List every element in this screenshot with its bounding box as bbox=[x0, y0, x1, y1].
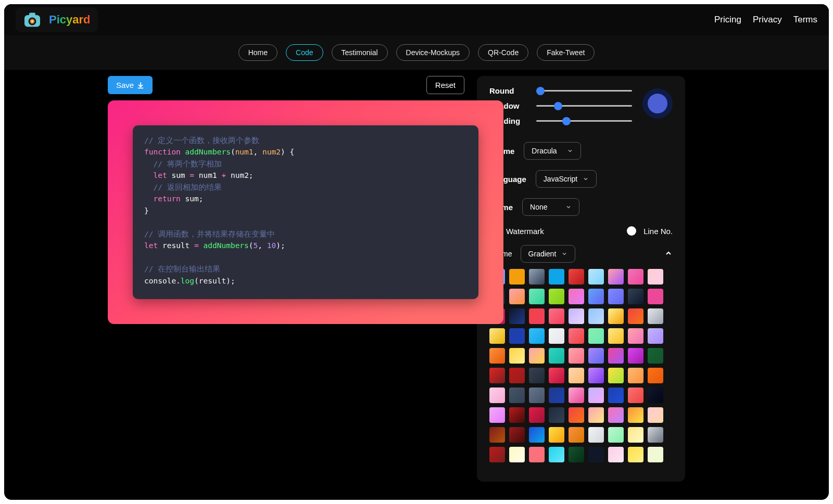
gradient-swatch[interactable] bbox=[628, 407, 643, 423]
gradient-swatch[interactable] bbox=[628, 308, 643, 324]
gradient-swatch[interactable] bbox=[648, 308, 663, 324]
gradient-swatch[interactable] bbox=[569, 427, 584, 443]
reset-button[interactable]: Reset bbox=[426, 76, 464, 94]
gradient-swatch[interactable] bbox=[569, 368, 584, 383]
gradient-swatch[interactable] bbox=[549, 328, 564, 344]
gradient-swatch[interactable] bbox=[549, 427, 564, 443]
theme-select[interactable]: Dracula bbox=[524, 142, 581, 160]
nav-privacy[interactable]: Privacy bbox=[753, 15, 782, 25]
padding-slider[interactable] bbox=[536, 120, 632, 122]
gradient-swatch[interactable] bbox=[529, 348, 545, 364]
tab-qr-code[interactable]: QR-Code bbox=[478, 44, 528, 61]
gradient-swatch[interactable] bbox=[588, 427, 604, 443]
gradient-swatch[interactable] bbox=[509, 427, 525, 443]
gradient-swatch[interactable] bbox=[569, 308, 584, 324]
gradient-swatch[interactable] bbox=[509, 269, 525, 285]
gradient-swatch[interactable] bbox=[489, 447, 505, 462]
gradient-swatch[interactable] bbox=[549, 447, 564, 462]
gradient-swatch[interactable] bbox=[588, 328, 604, 344]
gradient-swatch[interactable] bbox=[529, 289, 545, 304]
gradient-swatch[interactable] bbox=[588, 368, 604, 383]
gradient-swatch[interactable] bbox=[608, 289, 624, 304]
accent-color-swatch[interactable] bbox=[642, 88, 673, 119]
gradient-swatch[interactable] bbox=[529, 447, 545, 462]
gradient-swatch[interactable] bbox=[648, 447, 663, 462]
gradient-swatch[interactable] bbox=[648, 427, 663, 443]
nav-terms[interactable]: Terms bbox=[793, 15, 817, 25]
bg-theme-select[interactable]: Gradient bbox=[521, 245, 576, 263]
gradient-swatch[interactable] bbox=[529, 368, 545, 383]
gradient-swatch[interactable] bbox=[608, 308, 624, 324]
gradient-swatch[interactable] bbox=[588, 348, 604, 364]
gradient-swatch[interactable] bbox=[549, 308, 564, 324]
gradient-swatch[interactable] bbox=[489, 407, 505, 423]
gradient-swatch[interactable] bbox=[588, 289, 604, 304]
gradient-swatch[interactable] bbox=[529, 308, 545, 324]
gradient-swatch[interactable] bbox=[588, 407, 604, 423]
gradient-swatch[interactable] bbox=[509, 289, 525, 304]
gradient-swatch[interactable] bbox=[509, 368, 525, 383]
gradient-swatch[interactable] bbox=[509, 387, 525, 403]
gradient-swatch[interactable] bbox=[588, 447, 604, 462]
language-select[interactable]: JavaScript bbox=[536, 170, 597, 188]
gradient-swatch[interactable] bbox=[628, 447, 643, 462]
round-slider[interactable] bbox=[536, 90, 632, 92]
gradient-swatch[interactable] bbox=[648, 368, 663, 383]
shadow-slider[interactable] bbox=[536, 105, 632, 107]
gradient-swatch[interactable] bbox=[588, 269, 604, 285]
gradient-swatch[interactable] bbox=[509, 328, 525, 344]
gradient-swatch[interactable] bbox=[529, 269, 545, 285]
gradient-swatch[interactable] bbox=[628, 387, 643, 403]
code-content[interactable]: // 定义一个函数，接收两个参数 function addNumbers(num… bbox=[144, 135, 467, 287]
gradient-swatch[interactable] bbox=[509, 348, 525, 364]
gradient-swatch[interactable] bbox=[549, 407, 564, 423]
gradient-swatch[interactable] bbox=[569, 269, 584, 285]
gradient-swatch[interactable] bbox=[628, 328, 643, 344]
gradient-swatch[interactable] bbox=[628, 289, 643, 304]
gradient-swatch[interactable] bbox=[608, 447, 624, 462]
gradient-swatch[interactable] bbox=[569, 289, 584, 304]
gradient-swatch[interactable] bbox=[608, 269, 624, 285]
gradient-swatch[interactable] bbox=[608, 407, 624, 423]
tab-code[interactable]: Code bbox=[286, 44, 323, 61]
gradient-swatch[interactable] bbox=[529, 328, 545, 344]
tab-testimonial[interactable]: Testimonial bbox=[332, 44, 388, 61]
gradient-swatch[interactable] bbox=[489, 427, 505, 443]
gradient-swatch[interactable] bbox=[489, 387, 505, 403]
gradient-swatch[interactable] bbox=[569, 328, 584, 344]
gradient-swatch[interactable] bbox=[529, 407, 545, 423]
gradient-swatch[interactable] bbox=[489, 368, 505, 383]
lineno-toggle[interactable] bbox=[627, 226, 636, 236]
tab-fake-tweet[interactable]: Fake-Tweet bbox=[537, 44, 595, 61]
gradient-swatch[interactable] bbox=[529, 427, 545, 443]
gradient-swatch[interactable] bbox=[588, 387, 604, 403]
gradient-swatch[interactable] bbox=[608, 348, 624, 364]
brand-block[interactable]: Picyard bbox=[16, 7, 98, 32]
code-window[interactable]: // 定义一个函数，接收两个参数 function addNumbers(num… bbox=[133, 125, 478, 299]
gradient-swatch[interactable] bbox=[569, 348, 584, 364]
gradient-swatch[interactable] bbox=[628, 269, 643, 285]
gradient-swatch[interactable] bbox=[648, 387, 663, 403]
gradient-swatch[interactable] bbox=[569, 447, 584, 462]
gradient-swatch[interactable] bbox=[509, 407, 525, 423]
gradient-swatch[interactable] bbox=[569, 387, 584, 403]
collapse-swatches[interactable] bbox=[664, 249, 673, 259]
gradient-swatch[interactable] bbox=[509, 447, 525, 462]
gradient-swatch[interactable] bbox=[648, 289, 663, 304]
gradient-swatch[interactable] bbox=[628, 348, 643, 364]
save-button[interactable]: Save bbox=[108, 76, 153, 94]
tab-home[interactable]: Home bbox=[238, 44, 277, 61]
gradient-swatch[interactable] bbox=[628, 427, 643, 443]
gradient-swatch[interactable] bbox=[549, 348, 564, 364]
gradient-swatch[interactable] bbox=[549, 387, 564, 403]
gradient-swatch[interactable] bbox=[648, 328, 663, 344]
gradient-swatch[interactable] bbox=[569, 407, 584, 423]
gradient-swatch[interactable] bbox=[648, 348, 663, 364]
preview-canvas[interactable]: // 定义一个函数，接收两个参数 function addNumbers(num… bbox=[108, 100, 503, 324]
gradient-swatch[interactable] bbox=[648, 407, 663, 423]
gradient-swatch[interactable] bbox=[549, 368, 564, 383]
gradient-swatch[interactable] bbox=[549, 289, 564, 304]
gradient-swatch[interactable] bbox=[588, 308, 604, 324]
gradient-swatch[interactable] bbox=[509, 308, 525, 324]
tab-device-mockups[interactable]: Device-Mockups bbox=[396, 44, 470, 61]
